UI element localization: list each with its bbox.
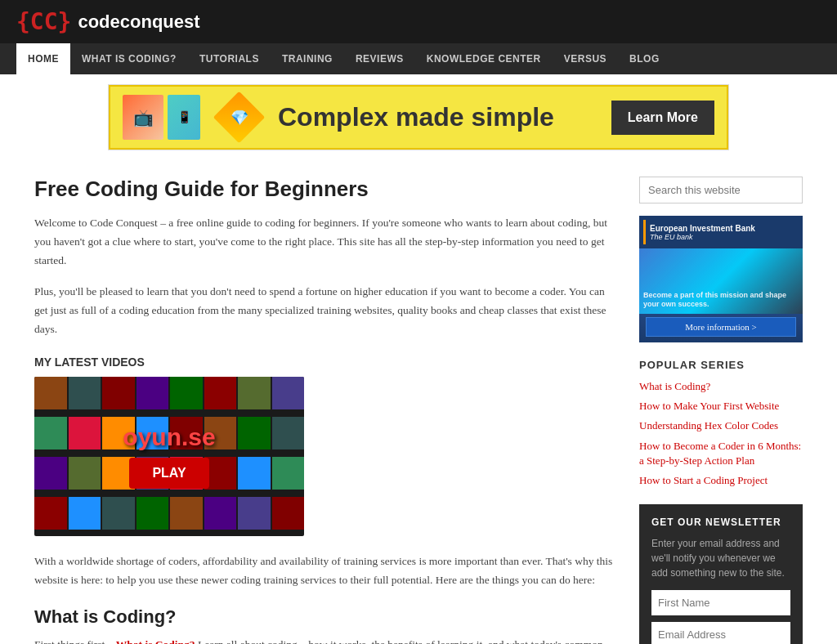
nav-link-what-is-coding[interactable]: WHAT IS CODING?	[70, 43, 188, 74]
video-brand-text: oyun.se	[123, 423, 215, 451]
main-content: Free Coding Guide for Beginners Welcome …	[34, 177, 615, 644]
eib-bar	[643, 220, 646, 244]
list-item: How to Become a Coder in 6 Months: a Ste…	[639, 439, 803, 468]
list-item: How to Make Your First Website	[639, 399, 803, 414]
popular-series-title: POPULAR SERIES	[639, 359, 803, 371]
banner-learn-more-button[interactable]: Learn More	[611, 101, 714, 135]
eib-tagline: The EU bank	[650, 233, 755, 241]
nav-link-training[interactable]: TRAINING	[271, 43, 344, 74]
nav-item-knowledge-center[interactable]: KNOWLEDGE CENTER	[415, 43, 553, 74]
eib-text: European Investment Bank The EU bank	[650, 224, 755, 241]
popular-series-link-5[interactable]: How to Start a Coding Project	[639, 474, 768, 486]
intro-paragraph-2: Plus, you'll be pleased to learn that yo…	[34, 283, 615, 339]
nav-item-what-is-coding[interactable]: WHAT IS CODING?	[70, 43, 188, 74]
what-is-coding-text: First things first – What is Coding? Lea…	[34, 636, 615, 645]
nav-link-versus[interactable]: VERSUS	[553, 43, 618, 74]
sidebar-ad-body: Become a part of this mission and shape …	[639, 287, 803, 314]
logo-icon: {CC}	[16, 8, 71, 35]
logo-text: codeconquest	[78, 11, 199, 33]
nav-item-blog[interactable]: BLOG	[618, 43, 671, 74]
nav-link-knowledge-center[interactable]: KNOWLEDGE CENTER	[415, 43, 553, 74]
nav-item-tutorials[interactable]: TUTORIALS	[188, 43, 271, 74]
banner-text: Complex made simple	[278, 102, 599, 132]
banner-image-1: 📺	[123, 95, 163, 140]
videos-section: MY LATEST VIDEOS oyun.se PLAY	[34, 356, 615, 536]
list-item: Understanding Hex Color Codes	[639, 418, 803, 433]
main-container: Free Coding Guide for Beginners Welcome …	[18, 160, 819, 644]
banner-diamond-icon: 💎	[213, 92, 266, 144]
nav-link-home[interactable]: HOME	[16, 43, 70, 74]
eib-org-name: European Investment Bank	[650, 224, 755, 233]
nav-link-reviews[interactable]: REVIEWS	[344, 43, 415, 74]
eib-logo: European Investment Bank The EU bank	[639, 216, 803, 248]
videos-section-title: MY LATEST VIDEOS	[34, 356, 615, 369]
search-input[interactable]	[639, 177, 803, 203]
banner-images: 📺 📱	[123, 95, 200, 140]
video-overlay: oyun.se PLAY	[34, 377, 304, 536]
newsletter-description: Enter your email address and we'll notif…	[651, 536, 790, 580]
popular-series-link-3[interactable]: Understanding Hex Color Codes	[639, 419, 778, 432]
popular-series-list: What is Coding? How to Make Your First W…	[639, 379, 803, 488]
play-button[interactable]: PLAY	[129, 458, 208, 489]
what-is-coding-link[interactable]: What is Coding?	[116, 638, 195, 645]
main-nav: HOME WHAT IS CODING? TUTORIALS TRAINING …	[0, 43, 837, 74]
nav-item-home[interactable]: HOME	[16, 43, 70, 74]
diamond-inner: 💎	[231, 109, 248, 127]
newsletter-section: GET OUR NEWSLETTER Enter your email addr…	[639, 504, 803, 644]
nav-item-versus[interactable]: VERSUS	[553, 43, 618, 74]
body-paragraph: With a worldwide shortage of coders, aff…	[34, 552, 615, 590]
banner-inner: 📺 📱 💎 Complex made simple Learn More	[109, 85, 728, 150]
logo-text-bold: conquest	[120, 11, 200, 32]
list-item: What is Coding?	[639, 379, 803, 394]
first-name-input[interactable]	[651, 590, 790, 615]
sidebar-ad-button[interactable]: More information >	[646, 317, 796, 337]
banner-image-2: 📱	[168, 95, 200, 140]
email-input[interactable]	[651, 622, 790, 644]
list-item: How to Start a Coding Project	[639, 473, 803, 488]
popular-series-section: POPULAR SERIES What is Coding? How to Ma…	[639, 359, 803, 488]
site-header: {CC} codeconquest	[0, 0, 837, 43]
intro-paragraph-1: Welcome to Code Conquest – a free online…	[34, 214, 615, 271]
what-is-coding-heading: What is Coding?	[34, 606, 615, 628]
video-player[interactable]: oyun.se PLAY	[34, 377, 304, 536]
nav-item-reviews[interactable]: REVIEWS	[344, 43, 415, 74]
popular-series-link-4[interactable]: How to Become a Coder in 6 Months: a Ste…	[639, 440, 801, 467]
nav-list: HOME WHAT IS CODING? TUTORIALS TRAINING …	[0, 43, 837, 74]
logo-text-plain: code	[78, 11, 119, 32]
sidebar-ad-image: Become a part of this mission and shape …	[639, 248, 803, 314]
nav-link-blog[interactable]: BLOG	[618, 43, 671, 74]
logo[interactable]: {CC} codeconquest	[16, 8, 200, 35]
popular-series-link-2[interactable]: How to Make Your First Website	[639, 400, 779, 412]
popular-series-link-1[interactable]: What is Coding?	[639, 380, 710, 392]
page-title: Free Coding Guide for Beginners	[34, 177, 615, 202]
banner-ad: 📺 📱 💎 Complex made simple Learn More	[108, 84, 729, 150]
sidebar: European Investment Bank The EU bank Bec…	[639, 177, 803, 644]
newsletter-title: GET OUR NEWSLETTER	[651, 517, 790, 528]
nav-link-tutorials[interactable]: TUTORIALS	[188, 43, 271, 74]
nav-item-training[interactable]: TRAINING	[271, 43, 344, 74]
sidebar-ad: European Investment Bank The EU bank Bec…	[639, 216, 803, 342]
